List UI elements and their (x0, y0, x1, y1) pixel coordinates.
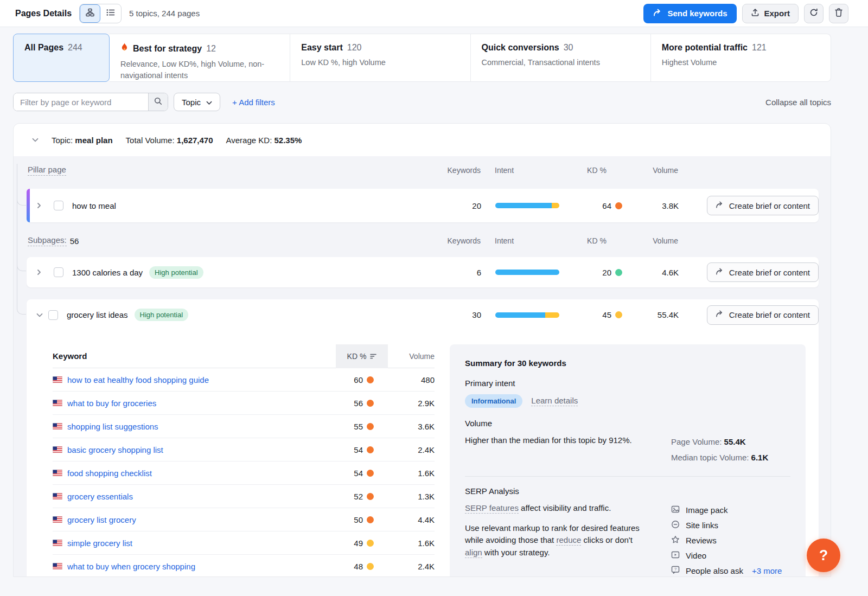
search-input[interactable] (14, 93, 148, 111)
pillar-page-label[interactable]: Pillar page (28, 165, 66, 176)
tab-all-pages-label: All Pages (24, 43, 63, 53)
keyword-table-row: how to eat healthy food shopping guide60… (53, 368, 435, 392)
tab-quick-conversions[interactable]: Quick conversions30 Commercial, Transact… (470, 34, 650, 81)
add-filters-link[interactable]: + Add filters (232, 98, 275, 107)
align-link[interactable]: align (465, 548, 482, 558)
tab-best-for-strategy-count: 12 (206, 44, 216, 54)
high-potential-badge: High potential (149, 266, 203, 279)
tab-easy-start[interactable]: Easy start120 Low KD %, high Volume (290, 34, 470, 81)
create-brief-label: Create brief or content (729, 201, 810, 210)
keyword-link[interactable]: what to buy when grocery shopping (67, 562, 195, 571)
keyword-link[interactable]: how to eat healthy food shopping guide (67, 375, 209, 384)
keyword-table-row: basic grocery shopping list542.4K (53, 438, 435, 462)
serp-features-link[interactable]: SERP features (465, 503, 519, 514)
tab-easy-start-label: Easy start (301, 43, 343, 53)
us-flag-icon (53, 469, 62, 478)
create-brief-button[interactable]: Create brief or content (707, 305, 819, 325)
tree-connector (17, 164, 26, 315)
kd-value: 60 (350, 375, 363, 384)
total-volume-label: Total Volume: (126, 136, 175, 145)
search-icon (154, 97, 162, 107)
subpage-row[interactable]: grocery list ideas High potential 30 45 … (27, 299, 819, 330)
intent-bar (495, 312, 559, 318)
keyword-table-row: what to buy when grocery shopping482.4K (53, 555, 435, 576)
serp-text-2b: clicks or don't (581, 535, 633, 544)
us-flag-icon (53, 445, 62, 454)
keywords-column-header: Keywords (426, 166, 481, 175)
more-features-link[interactable]: +3 more (752, 566, 782, 575)
view-toggle (79, 4, 122, 23)
expanded-content: Keyword KD % Volume how to eat healthy f… (27, 330, 819, 576)
keyword-table-header: Keyword KD % Volume (53, 344, 435, 368)
tree-view-button[interactable] (80, 4, 100, 23)
subpage-title[interactable]: 1300 calories a day (72, 268, 143, 277)
keyword-table-row: food shopping checklist541.6K (53, 462, 435, 485)
create-brief-arrow-icon (716, 201, 724, 210)
refresh-icon (809, 8, 818, 18)
collapse-all-topics-link[interactable]: Collapse all topics (765, 98, 831, 107)
intent-column-header: Intent (495, 166, 559, 175)
row-checkbox[interactable] (48, 310, 58, 320)
keyword-link[interactable]: basic grocery shopping list (67, 445, 163, 454)
keyword-link[interactable]: grocery list grocery (67, 515, 136, 524)
video-icon (671, 550, 680, 561)
serp-feature-item: Reviews (671, 533, 782, 548)
topic-filter-dropdown[interactable]: Topic (174, 93, 220, 111)
search-box (13, 93, 168, 111)
chevron-down-icon (206, 98, 212, 107)
kd-value: 48 (350, 562, 363, 571)
learn-details-link[interactable]: Learn details (531, 396, 578, 406)
delete-button[interactable] (829, 4, 848, 23)
subpage-title[interactable]: grocery list ideas (67, 310, 128, 319)
topic-header[interactable]: Topic: meal plan Total Volume: 1,627,470… (14, 124, 831, 156)
kd-value: 50 (350, 515, 363, 524)
pillar-page-title[interactable]: how to meal (72, 201, 116, 210)
kd-dot (367, 470, 374, 477)
kd-sort-header[interactable]: KD % (336, 344, 388, 368)
help-button[interactable]: ? (807, 539, 840, 572)
tab-all-pages[interactable]: All Pages244 (13, 34, 110, 82)
send-keywords-button[interactable]: Send keywords (643, 4, 737, 23)
volume-value: 2.9K (388, 399, 435, 408)
chevron-right-icon[interactable] (36, 202, 48, 209)
keywords-count: 30 (427, 310, 481, 319)
us-flag-icon (53, 492, 62, 501)
search-button[interactable] (148, 93, 168, 111)
keyword-link[interactable]: grocery essentials (67, 492, 133, 501)
keyword-link[interactable]: food shopping checklist (67, 469, 152, 478)
kd-dot (367, 493, 374, 500)
pillar-page-row[interactable]: how to meal 20 64 3.8K Create brief or c… (27, 189, 819, 222)
create-brief-label: Create brief or content (729, 268, 810, 277)
kd-value: 20 (602, 268, 611, 277)
summary-panel: Summary for 30 keywords Primary intent I… (450, 344, 806, 576)
subpages-label[interactable]: Subpages: (28, 235, 67, 246)
tab-group: Best for strategy 12 Relevance, Low KD%,… (110, 34, 831, 82)
create-brief-button[interactable]: Create brief or content (707, 196, 819, 215)
svg-text:?: ? (674, 567, 676, 572)
serp-feature-label: Reviews (686, 536, 717, 545)
total-volume-value: 1,627,470 (177, 136, 213, 145)
tab-more-potential-traffic[interactable]: More potential traffic121 Highest Volume (650, 34, 831, 81)
topic-chevron-down-icon[interactable] (32, 138, 39, 143)
chevron-down-icon[interactable] (36, 310, 43, 319)
row-checkbox[interactable] (54, 201, 63, 210)
reduce-link[interactable]: reduce (556, 535, 581, 546)
sort-descending-icon (370, 352, 376, 361)
tab-best-for-strategy[interactable]: Best for strategy 12 Relevance, Low KD%,… (110, 34, 290, 81)
kd-value: 55 (350, 422, 363, 431)
create-brief-arrow-icon (716, 310, 724, 319)
export-button[interactable]: Export (742, 4, 799, 23)
keyword-link[interactable]: simple grocery list (67, 539, 132, 548)
keyword-link[interactable]: shopping list suggestions (67, 422, 158, 431)
subpage-row[interactable]: 1300 calories a day High potential 6 20 … (27, 257, 819, 287)
reviews-star-icon (671, 535, 680, 546)
pillar-page-band: Pillar page Keywords Intent KD % Volume (14, 156, 831, 184)
refresh-button[interactable] (804, 4, 824, 23)
subpages-count: 56 (70, 236, 79, 246)
list-view-button[interactable] (100, 4, 121, 23)
row-checkbox[interactable] (54, 267, 63, 277)
kd-dot (367, 563, 374, 570)
create-brief-button[interactable]: Create brief or content (707, 262, 819, 282)
keyword-link[interactable]: what to buy for groceries (67, 399, 156, 408)
chevron-right-icon[interactable] (36, 269, 48, 275)
